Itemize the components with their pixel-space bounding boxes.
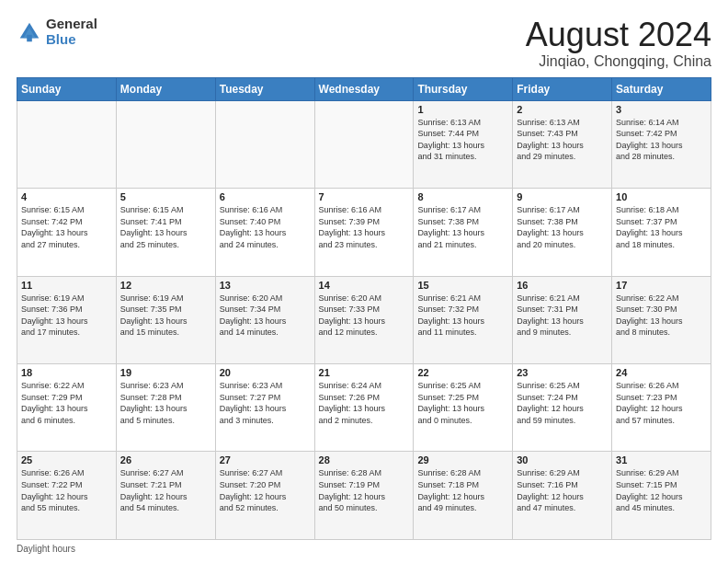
day-number: 9 [517, 191, 608, 202]
day-info: Sunrise: 6:17 AM Sunset: 7:38 PM Dayligh… [517, 204, 608, 250]
day-number: 30 [517, 454, 608, 465]
day-number: 26 [120, 454, 211, 465]
day-cell: 3Sunrise: 6:14 AM Sunset: 7:42 PM Daylig… [612, 100, 711, 188]
day-cell: 9Sunrise: 6:17 AM Sunset: 7:38 PM Daylig… [513, 189, 612, 276]
day-number: 14 [319, 280, 410, 291]
day-cell [116, 100, 215, 188]
calendar-body: 1Sunrise: 6:13 AM Sunset: 7:44 PM Daylig… [17, 100, 711, 539]
day-number: 8 [417, 191, 508, 202]
logo-text: General Blue [46, 17, 97, 47]
day-cell: 29Sunrise: 6:28 AM Sunset: 7:18 PM Dayli… [414, 452, 513, 540]
day-number: 6 [220, 191, 311, 202]
day-info: Sunrise: 6:27 AM Sunset: 7:20 PM Dayligh… [220, 467, 311, 513]
title-block: August 2024 Jinqiao, Chongqing, China [526, 17, 711, 70]
day-info: Sunrise: 6:26 AM Sunset: 7:23 PM Dayligh… [616, 380, 707, 426]
day-cell: 18Sunrise: 6:22 AM Sunset: 7:29 PM Dayli… [17, 364, 117, 452]
day-number: 24 [616, 367, 707, 378]
day-number: 18 [21, 367, 112, 378]
page: General Blue August 2024 Jinqiao, Chongq… [0, 0, 728, 563]
logo-general: General [46, 17, 97, 32]
day-cell: 10Sunrise: 6:18 AM Sunset: 7:37 PM Dayli… [612, 189, 711, 276]
day-header-friday: Friday [513, 77, 612, 100]
day-cell: 6Sunrise: 6:16 AM Sunset: 7:40 PM Daylig… [215, 189, 314, 276]
day-cell: 30Sunrise: 6:29 AM Sunset: 7:16 PM Dayli… [513, 452, 612, 540]
day-cell: 31Sunrise: 6:29 AM Sunset: 7:15 PM Dayli… [612, 452, 711, 540]
day-number: 2 [517, 104, 608, 115]
day-info: Sunrise: 6:13 AM Sunset: 7:43 PM Dayligh… [517, 117, 608, 163]
calendar-header: SundayMondayTuesdayWednesdayThursdayFrid… [17, 77, 711, 100]
day-number: 31 [616, 454, 707, 465]
day-cell: 11Sunrise: 6:19 AM Sunset: 7:36 PM Dayli… [17, 276, 117, 363]
day-number: 19 [120, 367, 211, 378]
day-number: 4 [21, 191, 112, 202]
day-info: Sunrise: 6:17 AM Sunset: 7:38 PM Dayligh… [417, 204, 508, 250]
day-info: Sunrise: 6:13 AM Sunset: 7:44 PM Dayligh… [417, 117, 508, 163]
day-cell: 20Sunrise: 6:23 AM Sunset: 7:27 PM Dayli… [215, 364, 314, 452]
day-header-thursday: Thursday [414, 77, 513, 100]
day-number: 3 [616, 104, 707, 115]
day-cell: 14Sunrise: 6:20 AM Sunset: 7:33 PM Dayli… [314, 276, 414, 363]
day-number: 15 [417, 280, 508, 291]
day-info: Sunrise: 6:26 AM Sunset: 7:22 PM Dayligh… [21, 467, 112, 513]
day-cell: 13Sunrise: 6:20 AM Sunset: 7:34 PM Dayli… [215, 276, 314, 363]
header: General Blue August 2024 Jinqiao, Chongq… [17, 17, 711, 70]
day-info: Sunrise: 6:22 AM Sunset: 7:29 PM Dayligh… [21, 380, 112, 426]
day-info: Sunrise: 6:18 AM Sunset: 7:37 PM Dayligh… [616, 204, 707, 250]
day-header-wednesday: Wednesday [314, 77, 414, 100]
day-cell: 1Sunrise: 6:13 AM Sunset: 7:44 PM Daylig… [414, 100, 513, 188]
day-cell: 16Sunrise: 6:21 AM Sunset: 7:31 PM Dayli… [513, 276, 612, 363]
day-info: Sunrise: 6:20 AM Sunset: 7:33 PM Dayligh… [319, 293, 410, 339]
week-row-5: 25Sunrise: 6:26 AM Sunset: 7:22 PM Dayli… [17, 452, 711, 540]
day-info: Sunrise: 6:29 AM Sunset: 7:15 PM Dayligh… [616, 467, 707, 513]
day-info: Sunrise: 6:14 AM Sunset: 7:42 PM Dayligh… [616, 117, 707, 163]
day-header-monday: Monday [116, 77, 215, 100]
day-cell: 22Sunrise: 6:25 AM Sunset: 7:25 PM Dayli… [414, 364, 513, 452]
day-cell: 21Sunrise: 6:24 AM Sunset: 7:26 PM Dayli… [314, 364, 414, 452]
week-row-1: 1Sunrise: 6:13 AM Sunset: 7:44 PM Daylig… [17, 100, 711, 188]
day-info: Sunrise: 6:23 AM Sunset: 7:28 PM Dayligh… [120, 380, 211, 426]
day-number: 12 [120, 280, 211, 291]
day-cell: 12Sunrise: 6:19 AM Sunset: 7:35 PM Dayli… [116, 276, 215, 363]
day-cell: 7Sunrise: 6:16 AM Sunset: 7:39 PM Daylig… [314, 189, 414, 276]
day-info: Sunrise: 6:21 AM Sunset: 7:32 PM Dayligh… [417, 293, 508, 339]
day-info: Sunrise: 6:15 AM Sunset: 7:42 PM Dayligh… [21, 204, 112, 250]
day-info: Sunrise: 6:24 AM Sunset: 7:26 PM Dayligh… [319, 380, 410, 426]
day-number: 28 [319, 454, 410, 465]
day-number: 23 [517, 367, 608, 378]
day-info: Sunrise: 6:29 AM Sunset: 7:16 PM Dayligh… [517, 467, 608, 513]
day-cell: 23Sunrise: 6:25 AM Sunset: 7:24 PM Dayli… [513, 364, 612, 452]
day-cell [215, 100, 314, 188]
day-cell: 19Sunrise: 6:23 AM Sunset: 7:28 PM Dayli… [116, 364, 215, 452]
day-cell: 5Sunrise: 6:15 AM Sunset: 7:41 PM Daylig… [116, 189, 215, 276]
logo-blue: Blue [46, 32, 97, 48]
day-cell: 4Sunrise: 6:15 AM Sunset: 7:42 PM Daylig… [17, 189, 117, 276]
day-info: Sunrise: 6:19 AM Sunset: 7:36 PM Dayligh… [21, 293, 112, 339]
day-info: Sunrise: 6:16 AM Sunset: 7:39 PM Dayligh… [319, 204, 410, 250]
day-cell [17, 100, 117, 188]
day-number: 21 [319, 367, 410, 378]
day-cell: 26Sunrise: 6:27 AM Sunset: 7:21 PM Dayli… [116, 452, 215, 540]
main-title: August 2024 [526, 17, 711, 53]
day-info: Sunrise: 6:22 AM Sunset: 7:30 PM Dayligh… [616, 293, 707, 339]
day-number: 13 [220, 280, 311, 291]
day-info: Sunrise: 6:19 AM Sunset: 7:35 PM Dayligh… [120, 293, 211, 339]
day-number: 29 [417, 454, 508, 465]
day-number: 17 [616, 280, 707, 291]
sub-title: Jinqiao, Chongqing, China [526, 53, 711, 70]
day-cell: 27Sunrise: 6:27 AM Sunset: 7:20 PM Dayli… [215, 452, 314, 540]
day-number: 22 [417, 367, 508, 378]
day-number: 11 [21, 280, 112, 291]
svg-rect-2 [27, 34, 32, 40]
day-number: 25 [21, 454, 112, 465]
day-number: 7 [319, 191, 410, 202]
day-cell: 28Sunrise: 6:28 AM Sunset: 7:19 PM Dayli… [314, 452, 414, 540]
day-number: 27 [220, 454, 311, 465]
day-cell: 17Sunrise: 6:22 AM Sunset: 7:30 PM Dayli… [612, 276, 711, 363]
day-cell: 25Sunrise: 6:26 AM Sunset: 7:22 PM Dayli… [17, 452, 117, 540]
calendar: SundayMondayTuesdayWednesdayThursdayFrid… [17, 77, 711, 540]
day-info: Sunrise: 6:27 AM Sunset: 7:21 PM Dayligh… [120, 467, 211, 513]
footer-note: Daylight hours [17, 544, 711, 554]
day-info: Sunrise: 6:25 AM Sunset: 7:24 PM Dayligh… [517, 380, 608, 426]
day-cell: 8Sunrise: 6:17 AM Sunset: 7:38 PM Daylig… [414, 189, 513, 276]
day-cell: 15Sunrise: 6:21 AM Sunset: 7:32 PM Dayli… [414, 276, 513, 363]
